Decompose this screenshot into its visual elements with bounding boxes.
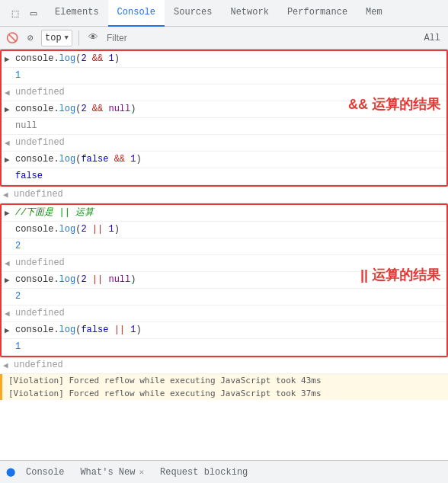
expand-arrow[interactable] [5, 273, 12, 285]
result-undefined: undefined [14, 359, 448, 372]
output-value: 2 [15, 290, 446, 303]
result-arrow [3, 359, 11, 370]
log-line: console.log(2 && 1) [15, 53, 446, 66]
output-value: false [15, 170, 446, 183]
expand-arrow[interactable] [5, 206, 12, 218]
result-arrow [5, 86, 12, 98]
console-line: console.log(2 || 1) [2, 222, 446, 238]
console-line: undefined [2, 135, 446, 152]
output-value: null [15, 120, 446, 133]
tab-console[interactable]: Console [108, 0, 165, 27]
console-line: console.log(2 || null) [2, 272, 446, 289]
log-line: console.log(2 || 1) [15, 223, 446, 236]
tab-performance[interactable]: Performance [278, 0, 357, 27]
tab-network[interactable]: Network [221, 0, 277, 27]
and-result-box: console.log(2 && 1) 1 undefined console.… [0, 50, 448, 187]
or-result-box: //下面是 || 运算 console.log(2 || 1) 2 undefi… [0, 203, 448, 357]
console-line: 1 [2, 339, 446, 356]
console-content: console.log(2 && 1) 1 undefined console.… [0, 50, 448, 460]
console-line: console.log(false || 1) [2, 322, 446, 339]
status-dot-icon: ⬤ [6, 467, 15, 477]
log-line: console.log(2 || null) [15, 273, 446, 286]
close-icon[interactable]: ✕ [139, 467, 144, 477]
console-line: false [2, 168, 446, 185]
divider [78, 30, 79, 46]
status-tab-console[interactable]: Console [18, 461, 72, 484]
eye-icon[interactable]: 👁 [85, 30, 101, 46]
context-label: top [45, 33, 62, 43]
console-line: console.log(2 && null) [2, 101, 446, 118]
result-undefined: undefined [15, 307, 446, 320]
console-line: undefined [0, 357, 448, 374]
result-arrow [3, 188, 11, 200]
console-content-wrap: console.log(2 && 1) 1 undefined console.… [0, 50, 448, 460]
filter-icon[interactable]: ⊘ [23, 30, 38, 46]
comment-line: //下面是 || 运算 [15, 206, 446, 219]
clear-console-icon[interactable]: 🚫 [5, 30, 20, 46]
expand-arrow[interactable] [5, 53, 12, 64]
result-arrow [5, 136, 12, 148]
result-undefined: undefined [15, 86, 446, 99]
console-line: //下面是 || 运算 [2, 205, 446, 222]
expand-arrow[interactable] [5, 324, 12, 335]
console-line: console.log(false && 1) [2, 152, 446, 168]
status-bar: ⬤ Console What's New ✕ Request blocking [0, 460, 448, 483]
violation-line: [Violation] Forced reflow while executin… [0, 374, 448, 387]
console-line: null [2, 118, 446, 135]
console-line: undefined [2, 305, 446, 322]
output-value: 1 [15, 69, 446, 82]
console-line: undefined [2, 255, 446, 272]
result-undefined: undefined [15, 257, 446, 270]
device-icon[interactable]: ▭ [26, 5, 41, 21]
result-arrow [5, 307, 12, 318]
console-line: 2 [2, 238, 446, 255]
output-value: 2 [15, 240, 446, 253]
console-line: console.log(2 && 1) [2, 51, 446, 68]
tab-elements[interactable]: Elements [46, 0, 108, 27]
filter-input[interactable] [104, 33, 418, 43]
inspect-icon[interactable]: ⬚ [8, 5, 23, 21]
expand-arrow[interactable] [5, 103, 12, 114]
output-value: 1 [15, 341, 446, 353]
toolbar-icons: ⬚ ▭ [3, 5, 46, 21]
console-line: undefined [0, 187, 448, 203]
context-selector[interactable]: top ▼ [41, 30, 72, 46]
violation-line: [Violation] Forced reflow while executin… [0, 387, 448, 400]
status-tab-whats-new[interactable]: What's New ✕ [72, 461, 152, 484]
tab-memory[interactable]: Mem [357, 0, 392, 27]
result-undefined: undefined [14, 188, 448, 201]
status-tab-request-blocking[interactable]: Request blocking [152, 461, 256, 484]
chevron-down-icon: ▼ [65, 34, 69, 42]
log-line: console.log(2 && null) [15, 103, 446, 116]
log-line: console.log(false && 1) [15, 153, 446, 166]
log-line: console.log(false || 1) [15, 324, 446, 337]
console-toolbar: 🚫 ⊘ top ▼ 👁 All [0, 27, 448, 50]
console-line: 2 [2, 289, 446, 305]
console-line: undefined [2, 85, 446, 101]
result-undefined: undefined [15, 136, 446, 149]
result-arrow [5, 257, 12, 268]
console-line: 1 [2, 68, 446, 85]
tab-bar: ⬚ ▭ Elements Console Sources Network Per… [0, 0, 448, 27]
tab-sources[interactable]: Sources [165, 0, 221, 27]
expand-arrow[interactable] [5, 153, 12, 165]
all-label: All [421, 33, 443, 43]
